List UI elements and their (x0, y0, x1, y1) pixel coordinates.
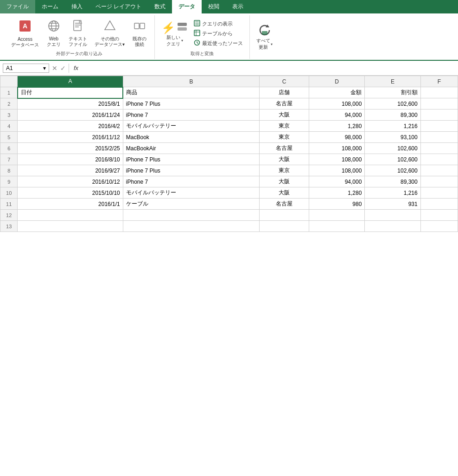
cell-a6[interactable]: 2015/2/25 (18, 143, 123, 154)
col-header-c[interactable]: C (260, 76, 309, 87)
row-num-4[interactable]: 4 (0, 121, 18, 132)
web-query-button[interactable]: Webクエリ (44, 18, 64, 49)
cell-a13[interactable] (18, 221, 123, 232)
cell-f13[interactable] (420, 221, 458, 232)
tab-insert[interactable]: 挿入 (65, 0, 89, 13)
cell-e8[interactable]: 102,600 (365, 165, 420, 176)
tab-data[interactable]: データ (172, 0, 202, 13)
cell-e9[interactable]: 89,300 (365, 176, 420, 187)
cell-d9[interactable]: 94,000 (309, 176, 364, 187)
cell-f12[interactable] (420, 210, 458, 221)
cell-f5[interactable] (420, 132, 458, 143)
refresh-all-button[interactable]: すべて更新▾ (254, 22, 274, 51)
cell-a2[interactable]: 2015/8/1 (18, 98, 123, 109)
cell-a4[interactable]: 2016/4/2 (18, 121, 123, 132)
cell-c2[interactable]: 名古屋 (260, 98, 309, 109)
cell-a5[interactable]: 2016/11/12 (18, 132, 123, 143)
cell-a3[interactable]: 2016/11/24 (18, 109, 123, 121)
cell-b11[interactable]: ケーブル (123, 199, 259, 210)
cell-c6[interactable]: 名古屋 (260, 143, 309, 154)
cell-d4[interactable]: 1,280 (309, 121, 364, 132)
row-num-5[interactable]: 5 (0, 132, 18, 143)
cell-d12[interactable] (309, 210, 364, 221)
text-file-button[interactable]: テキストファイル (66, 18, 90, 49)
cell-c10[interactable]: 大阪 (260, 187, 309, 199)
cell-c8[interactable]: 東京 (260, 165, 309, 176)
cell-b12[interactable] (123, 210, 259, 221)
cell-a7[interactable]: 2016/8/10 (18, 154, 123, 165)
row-num-9[interactable]: 9 (0, 176, 18, 187)
cell-f9[interactable] (420, 176, 458, 187)
cell-e11[interactable]: 931 (365, 199, 420, 210)
cell-b6[interactable]: MacBookAir (123, 143, 259, 154)
col-header-f[interactable]: F (420, 76, 458, 87)
cell-c13[interactable] (260, 221, 309, 232)
cell-a10[interactable]: 2015/10/10 (18, 187, 123, 199)
cell-d8[interactable]: 108,000 (309, 165, 364, 176)
row-num-10[interactable]: 10 (0, 187, 18, 199)
row-num-7[interactable]: 7 (0, 154, 18, 165)
cell-c1[interactable]: 店舗 (260, 87, 309, 98)
row-num-12[interactable]: 12 (0, 210, 18, 221)
cell-d7[interactable]: 108,000 (309, 154, 364, 165)
cell-b3[interactable]: iPhone 7 (123, 109, 259, 121)
from-table-button[interactable]: テーブルから (192, 29, 245, 38)
cell-f4[interactable] (420, 121, 458, 132)
cell-ref-dropdown-icon[interactable]: ▾ (43, 65, 46, 71)
cell-e7[interactable]: 102,600 (365, 154, 420, 165)
row-num-11[interactable]: 11 (0, 199, 18, 210)
cell-b1[interactable]: 商品 (123, 87, 259, 98)
cell-f10[interactable] (420, 187, 458, 199)
cell-b10[interactable]: モバイルバッテリー (123, 187, 259, 199)
cell-e10[interactable]: 1,216 (365, 187, 420, 199)
col-header-e[interactable]: E (365, 76, 420, 87)
cell-d1[interactable]: 金額 (309, 87, 364, 98)
row-num-1[interactable]: 1 (0, 87, 18, 98)
col-header-d[interactable]: D (309, 76, 364, 87)
cell-f6[interactable] (420, 143, 458, 154)
other-datasource-button[interactable]: その他のデータソース▾ (92, 18, 127, 49)
cell-a11[interactable]: 2016/1/1 (18, 199, 123, 210)
cell-e6[interactable]: 102,600 (365, 143, 420, 154)
cell-d6[interactable]: 108,000 (309, 143, 364, 154)
cell-b4[interactable]: モバイルバッテリー (123, 121, 259, 132)
tab-formula[interactable]: 数式 (148, 0, 172, 13)
cell-b8[interactable]: iPhone 7 Plus (123, 165, 259, 176)
cell-b5[interactable]: MacBook (123, 132, 259, 143)
cell-d11[interactable]: 980 (309, 199, 364, 210)
cell-c9[interactable]: 大阪 (260, 176, 309, 187)
cell-d3[interactable]: 94,000 (309, 109, 364, 121)
cell-a9[interactable]: 2016/10/12 (18, 176, 123, 187)
cell-c7[interactable]: 大阪 (260, 154, 309, 165)
cell-b13[interactable] (123, 221, 259, 232)
cell-b9[interactable]: iPhone 7 (123, 176, 259, 187)
cell-c3[interactable]: 大阪 (260, 109, 309, 121)
cancel-icon[interactable]: ✕ (52, 64, 57, 72)
cell-c12[interactable] (260, 210, 309, 221)
cell-b7[interactable]: iPhone 7 Plus (123, 154, 259, 165)
formula-input[interactable] (81, 64, 455, 72)
cell-e4[interactable]: 1,216 (365, 121, 420, 132)
tab-review[interactable]: 校閲 (202, 0, 226, 13)
cell-c4[interactable]: 東京 (260, 121, 309, 132)
cell-f7[interactable] (420, 154, 458, 165)
cell-e12[interactable] (365, 210, 420, 221)
new-query-button[interactable]: ⚡ 新しいクエリ▾ (159, 19, 190, 48)
cell-reference-box[interactable]: A1 ▾ (3, 64, 49, 73)
cell-b2[interactable]: iPhone 7 Plus (123, 98, 259, 109)
cell-c5[interactable]: 東京 (260, 132, 309, 143)
row-num-13[interactable]: 13 (0, 221, 18, 232)
cell-f11[interactable] (420, 199, 458, 210)
cell-f8[interactable] (420, 165, 458, 176)
show-queries-button[interactable]: クエリの表示 (192, 19, 245, 28)
cell-a8[interactable]: 2016/9/27 (18, 165, 123, 176)
tab-file[interactable]: ファイル (0, 0, 35, 13)
cell-c11[interactable]: 名古屋 (260, 199, 309, 210)
cell-e2[interactable]: 102,600 (365, 98, 420, 109)
existing-connection-button[interactable]: 既存の接続 (129, 18, 150, 49)
tab-view[interactable]: 表示 (226, 0, 250, 13)
col-header-a[interactable]: A (18, 76, 123, 87)
cell-e13[interactable] (365, 221, 420, 232)
row-num-8[interactable]: 8 (0, 165, 18, 176)
col-header-b[interactable]: B (123, 76, 259, 87)
